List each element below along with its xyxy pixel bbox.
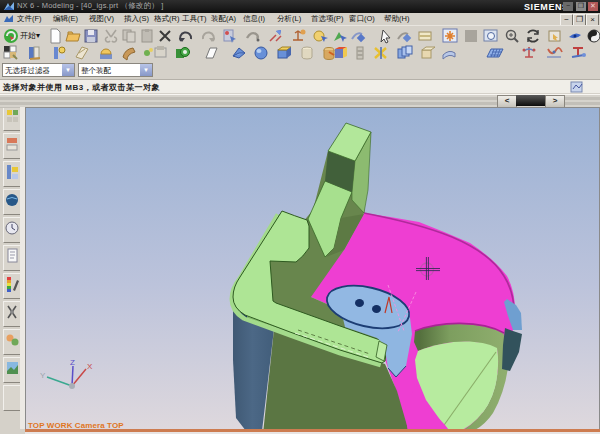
svg-text:X: X (87, 362, 93, 371)
svg-text:Z: Z (70, 358, 75, 367)
svg-text:Y: Y (40, 371, 46, 380)
